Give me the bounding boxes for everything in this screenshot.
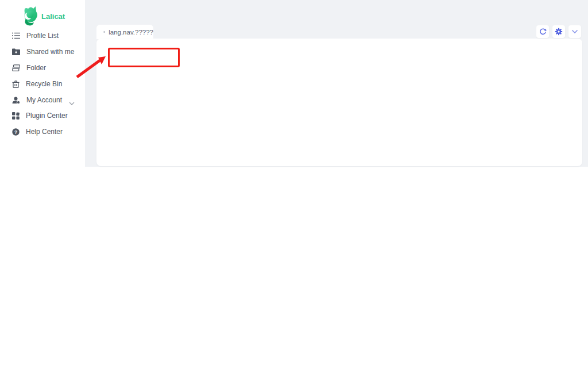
sidebar: Lalicat Profile List Shared with me <box>0 0 85 368</box>
refresh-button[interactable] <box>536 25 549 38</box>
sidebar-item-recycle-bin[interactable]: Recycle Bin <box>0 76 85 91</box>
lalicat-cat-icon <box>20 5 39 27</box>
sidebar-item-profile-list[interactable]: Profile List <box>0 28 85 43</box>
svg-text:?: ? <box>14 129 17 135</box>
chevron-down-icon <box>69 97 75 108</box>
brand-name: Lalicat <box>41 12 65 21</box>
sidebar-item-label: Profile List <box>26 32 59 40</box>
tab-label: lang.nav.????? <box>109 29 153 36</box>
refresh-icon <box>539 28 547 36</box>
settings-button[interactable] <box>552 25 565 38</box>
sidebar-item-folder[interactable]: Folder <box>0 60 85 75</box>
brand-logo: Lalicat <box>20 5 83 28</box>
shared-folder-icon <box>12 48 20 55</box>
sidebar-item-label: My Account <box>26 96 62 104</box>
sidebar-item-label: Folder <box>26 64 46 72</box>
sidebar-item-label: Recycle Bin <box>26 80 62 88</box>
sidebar-item-label: Help Center <box>26 128 63 136</box>
user-icon <box>12 97 20 104</box>
sidebar-item-plugin-center[interactable]: Plugin Center <box>0 108 85 123</box>
sidebar-item-shared-with-me[interactable]: Shared with me <box>0 44 85 59</box>
sidebar-item-help-center[interactable]: ? Help Center <box>0 124 85 139</box>
sidebar-item-label: Shared with me <box>26 48 74 56</box>
app-window: Lalicat Profile List Shared with me <box>0 0 588 368</box>
sidebar-item-my-account[interactable]: My Account <box>0 93 85 108</box>
folders-icon <box>12 64 20 72</box>
gear-icon <box>555 28 563 36</box>
tab-profile-list[interactable]: lang.nav.????? <box>96 25 153 39</box>
sidebar-item-label: Plugin Center <box>26 112 68 120</box>
collapse-button[interactable] <box>568 25 581 38</box>
main-panel <box>96 39 582 166</box>
chevron-down-icon <box>571 29 578 34</box>
list-icon <box>12 32 20 39</box>
list-icon <box>103 29 105 35</box>
trash-icon <box>12 80 20 88</box>
question-icon: ? <box>12 128 20 136</box>
grid-icon <box>12 112 20 120</box>
